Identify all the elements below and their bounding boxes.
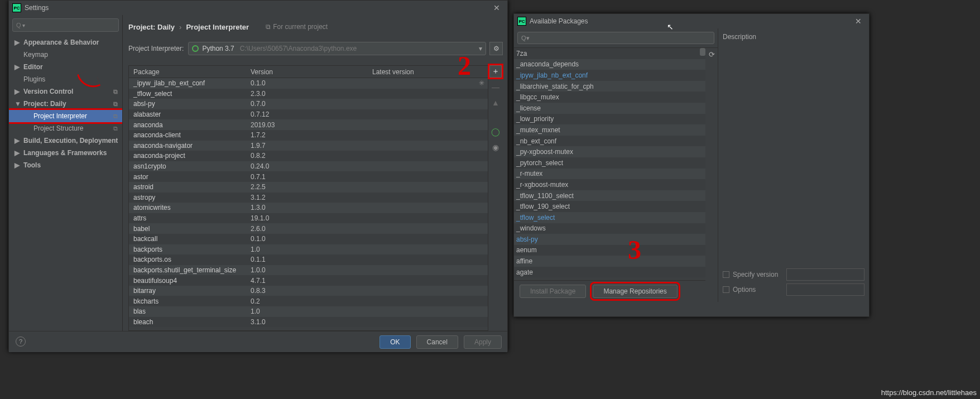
add-package-button[interactable]: ＋: [489, 65, 502, 78]
list-item[interactable]: _r-xgboost-mutex: [514, 179, 705, 190]
table-row[interactable]: atomicwrites1.3.0: [129, 203, 488, 213]
sidebar-item[interactable]: Keymap: [9, 49, 122, 61]
close-icon[interactable]: ✕: [851, 14, 866, 28]
scrollbar[interactable]: [700, 48, 705, 56]
table-row[interactable]: anaconda-project0.8.2: [129, 151, 488, 161]
table-row[interactable]: bitarray0.8.3: [129, 286, 488, 296]
sidebar-item[interactable]: ▼Project: Daily⧉: [9, 98, 122, 110]
sidebar-item-label: Keymap: [23, 51, 48, 59]
table-row[interactable]: bkcharts0.2: [129, 296, 488, 306]
list-item[interactable]: agate: [514, 267, 705, 278]
show-early-releases-icon[interactable]: ◉: [489, 141, 502, 153]
cell-version: 19.1.0: [251, 214, 372, 222]
col-version[interactable]: Version: [251, 68, 372, 76]
interpreter-settings-button[interactable]: ⚙: [489, 42, 503, 55]
sidebar-item[interactable]: ▶Editor: [9, 61, 122, 73]
upgrade-package-button[interactable]: ▲: [489, 97, 502, 109]
scope-icon: ⧉: [113, 100, 118, 108]
list-item[interactable]: _pytorch_select: [514, 157, 705, 169]
table-row[interactable]: babel2.6.0: [129, 223, 488, 234]
manage-repositories-button[interactable]: Manage Repositories: [593, 285, 677, 298]
sidebar-item[interactable]: ▶Appearance & Behavior: [9, 36, 122, 49]
col-package[interactable]: Package: [129, 68, 251, 76]
cell-package: atomicwrites: [129, 204, 251, 211]
sidebar-item[interactable]: Project Interpreter⧉: [9, 110, 122, 122]
table-row[interactable]: backports1.0: [129, 244, 488, 255]
table-row[interactable]: astropy3.1.2: [129, 193, 488, 203]
settings-sidebar: Q▾ ▶Appearance & BehaviorKeymap▶EditorPl…: [9, 15, 123, 331]
conda-env-icon[interactable]: ◯: [489, 126, 502, 138]
table-row[interactable]: blas1.0: [129, 306, 488, 317]
table-row[interactable]: _ipyw_jlab_nb_ext_conf0.1.0✳: [129, 78, 488, 89]
cell-version: 0.7.12: [251, 110, 372, 118]
sidebar-item[interactable]: ▶Version Control⧉: [9, 85, 122, 98]
cell-package: _tflow_select: [129, 90, 251, 98]
sidebar-item-label: Project: Daily: [23, 100, 66, 108]
specify-version-checkbox[interactable]: [723, 271, 729, 278]
table-row[interactable]: astroid2.2.5: [129, 182, 488, 193]
settings-titlebar[interactable]: PC Settings ✕: [9, 1, 507, 15]
table-row[interactable]: alabaster0.7.12: [129, 109, 488, 120]
list-item[interactable]: _license: [514, 103, 705, 114]
list-item[interactable]: _anaconda_depends: [514, 59, 705, 70]
ok-button[interactable]: OK: [379, 335, 410, 349]
options-input[interactable]: [786, 283, 864, 296]
sidebar-item-label: Plugins: [23, 75, 45, 83]
cell-package: bitarray: [129, 287, 251, 295]
available-package-list[interactable]: 7za_anaconda_depends_ipyw_jlab_nb_ext_co…: [514, 47, 705, 281]
table-row[interactable]: backports.shutil_get_terminal_size1.0.0: [129, 265, 488, 276]
list-item[interactable]: _py-xgboost-mutex: [514, 146, 705, 157]
install-package-button[interactable]: Install Package: [520, 285, 586, 298]
table-row[interactable]: anaconda2019.03: [129, 119, 488, 130]
list-item[interactable]: _tflow_1100_select: [514, 190, 705, 201]
settings-tree[interactable]: ▶Appearance & BehaviorKeymap▶EditorPlugi…: [9, 35, 122, 331]
list-item[interactable]: _libgcc_mutex: [514, 92, 705, 103]
cell-version: 1.0.0: [251, 266, 372, 274]
packages-table[interactable]: Package Version Latest version _ipyw_jla…: [128, 65, 488, 331]
list-item[interactable]: _windows: [514, 223, 705, 234]
interpreter-name: Python 3.7: [202, 45, 234, 52]
list-item[interactable]: 7za: [514, 48, 705, 59]
specify-version-input[interactable]: [786, 268, 864, 281]
list-item[interactable]: _nb_ext_conf: [514, 136, 705, 147]
list-item[interactable]: affine: [514, 256, 705, 267]
table-row[interactable]: backports.os0.1.1: [129, 254, 488, 265]
table-row[interactable]: anaconda-client1.7.2: [129, 130, 488, 141]
table-row[interactable]: asn1crypto0.24.0: [129, 161, 488, 172]
list-item[interactable]: _ipyw_jlab_nb_ext_conf: [514, 70, 705, 81]
table-row[interactable]: astor0.7.1: [129, 171, 488, 182]
list-item[interactable]: _libarchive_static_for_cph: [514, 81, 705, 92]
list-item[interactable]: _low_priority: [514, 114, 705, 125]
list-item[interactable]: aenum: [514, 245, 705, 256]
table-row[interactable]: absl-py0.7.0: [129, 99, 488, 109]
sidebar-item[interactable]: ▶Build, Execution, Deployment: [9, 134, 122, 147]
apply-button[interactable]: Apply: [464, 335, 502, 349]
table-row[interactable]: bleach3.1.0: [129, 317, 488, 328]
list-item[interactable]: _tflow_190_select: [514, 201, 705, 212]
cell-package: asn1crypto: [129, 162, 251, 170]
cancel-button[interactable]: Cancel: [416, 335, 458, 349]
table-row[interactable]: attrs19.1.0: [129, 213, 488, 224]
interpreter-select[interactable]: Python 3.7 C:\Users\50657\Anaconda3\pyth…: [188, 42, 486, 55]
package-search-input[interactable]: Q▾: [517, 32, 714, 44]
sidebar-item[interactable]: ▶Tools: [9, 159, 122, 171]
help-icon[interactable]: ?: [16, 336, 26, 347]
list-item[interactable]: _tflow_select: [514, 212, 705, 223]
remove-package-button[interactable]: —: [489, 81, 502, 93]
packages-titlebar[interactable]: PC Available Packages ✕: [514, 14, 869, 28]
table-row[interactable]: backcall0.1.0: [129, 234, 488, 244]
options-checkbox[interactable]: [723, 286, 729, 293]
close-icon[interactable]: ✕: [489, 1, 504, 15]
description-label: Description: [723, 33, 864, 41]
sidebar-item[interactable]: Plugins: [9, 73, 122, 85]
list-item[interactable]: _mutex_mxnet: [514, 124, 705, 136]
sidebar-search-input[interactable]: Q▾: [12, 18, 119, 32]
list-item[interactable]: absl-py: [514, 234, 705, 245]
sidebar-item[interactable]: Project Structure⧉: [9, 122, 122, 134]
table-row[interactable]: beautifulsoup44.7.1: [129, 275, 488, 286]
table-row[interactable]: anaconda-navigator1.9.7: [129, 141, 488, 151]
list-item[interactable]: _r-mutex: [514, 169, 705, 180]
sidebar-item[interactable]: ▶Languages & Frameworks: [9, 147, 122, 159]
table-row[interactable]: _tflow_select2.3.0: [129, 89, 488, 99]
refresh-icon[interactable]: ⟳: [705, 47, 718, 61]
